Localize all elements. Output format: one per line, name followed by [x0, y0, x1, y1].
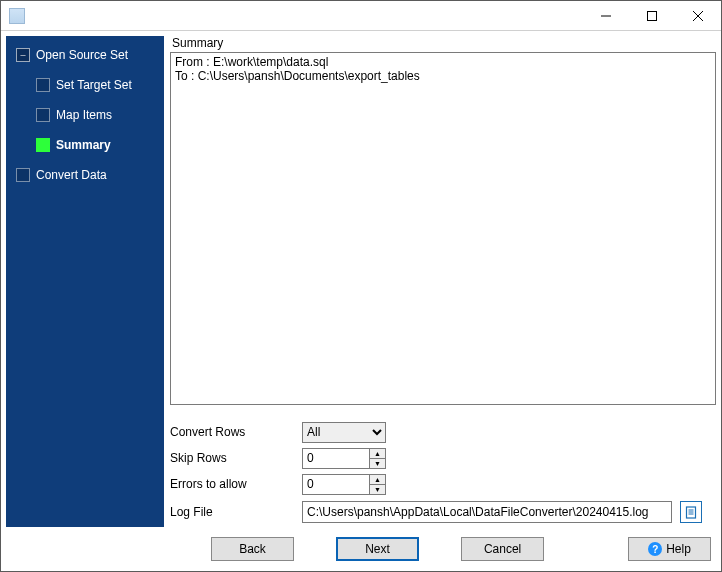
step-summary[interactable]: Summary — [6, 130, 164, 160]
step-convert-data[interactable]: Convert Data — [6, 160, 164, 190]
wizard-steps: – Open Source Set Set Target Set Map Ite… — [6, 36, 164, 190]
window-controls — [583, 1, 721, 30]
maximize-button[interactable] — [629, 1, 675, 30]
skip-rows-label: Skip Rows — [170, 451, 302, 465]
convert-rows-row: Convert Rows All — [170, 419, 716, 445]
wizard-sidebar: – Open Source Set Set Target Set Map Ite… — [6, 36, 164, 527]
step-label: Open Source Set — [36, 48, 128, 62]
tree-node-icon — [36, 78, 50, 92]
cancel-button[interactable]: Cancel — [461, 537, 544, 561]
step-label: Convert Data — [36, 168, 107, 182]
errors-label: Errors to allow — [170, 477, 302, 491]
back-button[interactable]: Back — [211, 537, 294, 561]
summary-text[interactable]: From : E:\work\temp\data.sql To : C:\Use… — [170, 52, 716, 405]
spinner-buttons: ▲ ▼ — [369, 449, 385, 468]
spinner-buttons: ▲ ▼ — [369, 475, 385, 494]
logfile-input[interactable] — [302, 501, 672, 523]
options-panel: Convert Rows All Skip Rows ▲ — [170, 405, 716, 527]
tree-node-icon — [16, 168, 30, 182]
step-label: Summary — [56, 138, 111, 152]
errors-input[interactable] — [303, 475, 369, 494]
main-panel: Summary From : E:\work\temp\data.sql To … — [164, 36, 716, 527]
tree-node-icon — [36, 108, 50, 122]
spin-down-icon[interactable]: ▼ — [370, 458, 385, 468]
tree-collapse-icon: – — [16, 48, 30, 62]
help-button[interactable]: ? Help — [628, 537, 711, 561]
logfile-label: Log File — [170, 505, 302, 519]
app-window: – Open Source Set Set Target Set Map Ite… — [0, 0, 722, 572]
skip-rows-row: Skip Rows ▲ ▼ — [170, 445, 716, 471]
step-map-items[interactable]: Map Items — [6, 100, 164, 130]
convert-rows-select[interactable]: All — [302, 422, 386, 443]
next-button[interactable]: Next — [336, 537, 419, 561]
spin-up-icon[interactable]: ▲ — [370, 449, 385, 458]
spin-down-icon[interactable]: ▼ — [370, 484, 385, 494]
spin-up-icon[interactable]: ▲ — [370, 475, 385, 484]
wizard-footer: Back Next Cancel ? Help — [1, 527, 721, 571]
file-open-icon — [684, 505, 698, 519]
errors-stepper[interactable]: ▲ ▼ — [302, 474, 386, 495]
step-label: Set Target Set — [56, 78, 132, 92]
step-set-target-set[interactable]: Set Target Set — [6, 70, 164, 100]
summary-group-label: Summary — [172, 36, 716, 50]
tree-node-current-icon — [36, 138, 50, 152]
logfile-browse-button[interactable] — [680, 501, 702, 523]
skip-rows-stepper[interactable]: ▲ ▼ — [302, 448, 386, 469]
minimize-button[interactable] — [583, 1, 629, 30]
titlebar — [1, 1, 721, 31]
step-label: Map Items — [56, 108, 112, 122]
logfile-row: Log File — [170, 497, 716, 527]
convert-rows-label: Convert Rows — [170, 425, 302, 439]
help-icon: ? — [648, 542, 662, 556]
close-button[interactable] — [675, 1, 721, 30]
body: – Open Source Set Set Target Set Map Ite… — [1, 31, 721, 527]
errors-row: Errors to allow ▲ ▼ — [170, 471, 716, 497]
step-open-source-set[interactable]: – Open Source Set — [6, 40, 164, 70]
skip-rows-input[interactable] — [303, 449, 369, 468]
svg-rect-1 — [648, 11, 657, 20]
app-icon — [9, 8, 25, 24]
